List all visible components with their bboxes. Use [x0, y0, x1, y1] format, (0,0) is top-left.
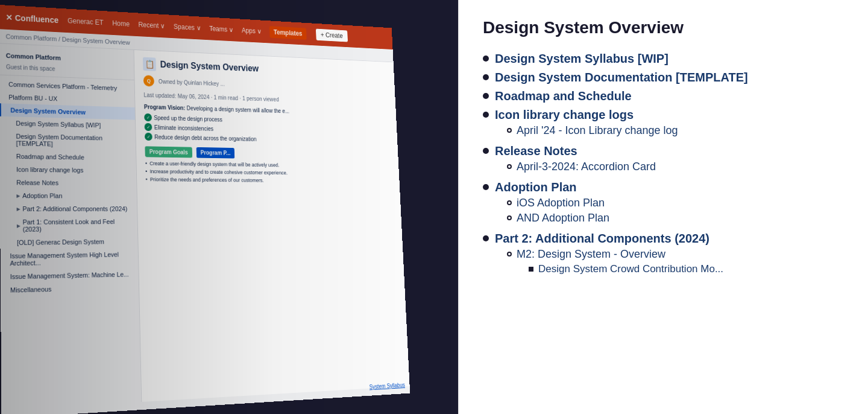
left-panel: ✕ Confluence Generac ET Home Recent ∨ Sp… [0, 0, 458, 414]
toc-link-part2[interactable]: Part 2: Additional Components (2024) [495, 232, 709, 245]
sidebar-item-syllabus-label: Design System Syllabus [WIP] [16, 119, 101, 129]
toc-sub-sub-item-crowd: Design System Crowd Contribution Mo... [529, 263, 723, 275]
table-of-contents: Design System Syllabus [WIP] Design Syst… [483, 52, 844, 280]
confluence-sidebar: Common Platform Guest in this space Comm… [0, 43, 142, 410]
toc-bullet-documentation [483, 74, 489, 80]
nav-apps[interactable]: Apps ∨ [242, 27, 262, 35]
toc-sub-link-ios[interactable]: iOS Adoption Plan [517, 197, 605, 209]
sidebar-item-adoption-plan[interactable]: ▶ Adoption Plan [0, 189, 137, 202]
sidebar-item-machine-le-label: Issue Management System: Machine Le... [10, 271, 129, 281]
toc-link-syllabus[interactable]: Design System Syllabus [WIP] [495, 52, 668, 66]
goals-item-1: Create a user-friendly design system tha… [145, 161, 391, 170]
toc-link-release-notes[interactable]: Release Notes [495, 144, 577, 158]
sidebar-item-icon-library-label: Icon library change logs [16, 166, 83, 174]
program-box: Program P... [196, 147, 234, 159]
confluence-main: Common Platform Guest in this space Comm… [0, 43, 410, 410]
sidebar-item-issue-mgmt-label: Issue Management System High Level Archi… [10, 250, 131, 267]
sidebar-item-documentation[interactable]: Design System Documentation [TEMPLATE] [0, 129, 136, 151]
sidebar-item-icon-library[interactable]: Icon library change logs [0, 162, 136, 177]
sidebar-item-part2[interactable]: ▶ Part 2: Additional Components (2024) [0, 202, 137, 215]
page-icon: 📋 [143, 57, 156, 71]
nav-recent[interactable]: Recent ∨ [138, 21, 165, 30]
sidebar-item-old-generac[interactable]: [OLD] Generac Design System [0, 235, 137, 249]
sidebar-item-misc[interactable]: Miscellaneous [1, 281, 139, 297]
toc-sub-item-m2: M2: Design System - Overview Design Syst… [507, 248, 723, 278]
create-button[interactable]: + Create [316, 29, 348, 42]
sidebar-item-release-notes[interactable]: Release Notes [0, 176, 137, 189]
program-vision-text: Developing a design system will allow th… [187, 105, 289, 114]
toc-link-adoption-plan[interactable]: Adoption Plan [495, 180, 577, 194]
footer-link[interactable]: System Syllabus [370, 382, 405, 390]
check-label-2: Eliminate inconsistencies [154, 124, 213, 132]
sidebar-item-part1[interactable]: ▶ Part 1: Consistent Look and Feel (2023… [0, 215, 137, 236]
toc-sub-list-part2: M2: Design System - Overview Design Syst… [507, 248, 723, 278]
program-vision-label: Program Vision: [144, 104, 186, 111]
sidebar-item-old-generac-label: [OLD] Generac Design System [17, 238, 104, 246]
confluence-logo-text: Confluence [15, 13, 59, 25]
confluence-content: 📋 Design System Overview Q Owned by Quin… [134, 50, 409, 402]
toc-item-part2: Part 2: Additional Components (2024) M2:… [483, 232, 844, 280]
toc-sub-list-adoption-plan: iOS Adoption Plan AND Adoption Plan [507, 197, 609, 225]
nav-spaces[interactable]: Spaces ∨ [174, 23, 201, 32]
nav-templates[interactable]: Templates [269, 26, 306, 40]
sidebar-item-design-system-overview-label: Design System Overview [10, 107, 86, 116]
toc-sub-list-icon-library: April '24 - Icon Library change log [507, 124, 678, 137]
nav-home[interactable]: Home [112, 19, 130, 28]
right-panel-title: Design System Overview [483, 18, 844, 37]
toc-link-roadmap[interactable]: Roadmap and Schedule [495, 89, 632, 103]
toc-link-documentation[interactable]: Design System Documentation [TEMPLATE] [495, 71, 748, 84]
toc-sub-item-and: AND Adoption Plan [507, 212, 609, 225]
toc-sub-bullet-april-24 [507, 128, 512, 133]
toc-sub-sub-link-crowd[interactable]: Design System Crowd Contribution Mo... [538, 263, 723, 275]
sidebar-item-issue-mgmt[interactable]: Issue Management System High Level Archi… [1, 247, 139, 270]
toc-bullet-roadmap [483, 93, 489, 99]
page-meta-updated: Last updated: May 06, 2024 · 1 min read … [143, 92, 388, 106]
toc-sub-item-april-24: April '24 - Icon Library change log [507, 124, 678, 137]
goals-item-3: Prioritize the needs and preferences of … [146, 176, 392, 184]
nav-generac-et[interactable]: Generac ET [68, 17, 104, 27]
check-icon-1: ✓ [144, 113, 152, 121]
toc-item-roadmap: Roadmap and Schedule [483, 89, 844, 103]
sidebar-item-roadmap[interactable]: Roadmap and Schedule [0, 150, 136, 165]
toc-bullet-syllabus [483, 56, 489, 62]
right-panel: Design System Overview Design System Syl… [458, 0, 868, 414]
goals-list: Create a user-friendly design system tha… [145, 161, 392, 184]
toc-bullet-icon-library [483, 112, 489, 118]
check-label-3: Reduce design debt across the organizati… [154, 133, 257, 142]
toc-item-syllabus: Design System Syllabus [WIP] [483, 52, 844, 66]
sidebar-item-roadmap-label: Roadmap and Schedule [16, 153, 84, 161]
page-owned-by: Owned by Quinlan Hickey ... [159, 78, 225, 87]
sidebar-item-misc-label: Miscellaneous [10, 285, 52, 294]
toc-sub-link-and[interactable]: AND Adoption Plan [517, 212, 609, 225]
toc-sub-link-accordion[interactable]: April-3-2024: Accordion Card [517, 161, 656, 173]
author-avatar: Q [143, 75, 154, 86]
toc-sub-bullet-and [507, 215, 512, 220]
toc-item-documentation: Design System Documentation [TEMPLATE] [483, 71, 844, 84]
sidebar-item-release-notes-label: Release Notes [16, 179, 58, 186]
page-last-updated: Last updated: May 06, 2024 · 1 min read … [143, 92, 279, 103]
check-icon-2: ✓ [144, 123, 152, 131]
page-title: Design System Overview [160, 60, 259, 74]
nav-teams[interactable]: Teams ∨ [209, 25, 234, 34]
toc-link-icon-library[interactable]: Icon library change logs [495, 108, 634, 121]
toc-sub-link-april-24[interactable]: April '24 - Icon Library change log [517, 124, 678, 137]
toc-sub-list-release-notes: April-3-2024: Accordion Card [507, 161, 656, 173]
sidebar-item-documentation-label: Design System Documentation [TEMPLATE] [16, 133, 129, 149]
toc-sub-item-ios: iOS Adoption Plan [507, 197, 609, 209]
toc-sub-bullet-ios [507, 200, 512, 205]
toc-item-adoption-plan: Adoption Plan iOS Adoption Plan AND Adop… [483, 180, 844, 227]
toc-item-release-notes: Release Notes April-3-2024: Accordion Ca… [483, 144, 844, 176]
program-goals-box: Program Goals [145, 146, 192, 158]
confluence-logo: ✕ Confluence [5, 13, 58, 25]
toc-sub-sub-bullet-crowd [529, 267, 533, 272]
toc-sub-sub-list-m2: Design System Crowd Contribution Mo... [529, 263, 723, 275]
toc-sub-bullet-m2 [507, 252, 512, 256]
toc-sub-link-m2[interactable]: M2: Design System - Overview [517, 248, 665, 260]
check-label-1: Speed up the design process [154, 115, 222, 123]
toc-item-icon-library: Icon library change logs April '24 - Ico… [483, 108, 844, 139]
check-icon-3: ✓ [145, 133, 153, 141]
toc-sub-bullet-accordion [507, 164, 512, 169]
sidebar-item-part2-label: Part 2: Additional Components (2024) [22, 205, 127, 212]
sidebar-item-part1-label: Part 1: Consistent Look and Feel (2023) [23, 218, 131, 233]
confluence-logo-x: ✕ [5, 13, 13, 22]
